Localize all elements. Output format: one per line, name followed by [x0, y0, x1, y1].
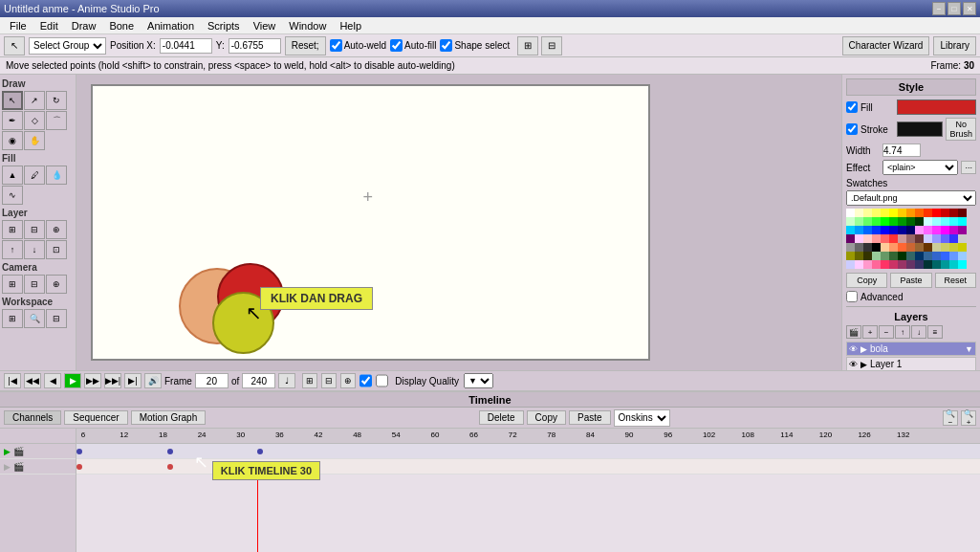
go-start-button[interactable]: |◀	[4, 373, 21, 388]
color-cell[interactable]	[881, 252, 889, 260]
color-cell[interactable]	[924, 243, 932, 252]
color-cell[interactable]	[949, 252, 958, 260]
color-cell[interactable]	[958, 217, 967, 226]
shape-select-check[interactable]: Shape select	[440, 39, 510, 52]
color-cell[interactable]	[872, 209, 881, 217]
style-copy-button[interactable]: Copy	[846, 273, 887, 288]
color-cell[interactable]	[958, 234, 967, 243]
color-cell[interactable]	[941, 243, 949, 252]
tool-cam2[interactable]: ⊟	[24, 275, 45, 294]
layers-btn-2[interactable]: +	[862, 325, 878, 339]
color-cell[interactable]	[932, 234, 941, 243]
color-cell[interactable]	[889, 234, 898, 243]
tool-cam1[interactable]: ⊞	[2, 275, 23, 294]
tool-ws3[interactable]: ⊟	[46, 309, 67, 328]
fill-color-swatch[interactable]	[897, 99, 976, 115]
color-cell[interactable]	[872, 243, 881, 252]
menu-window[interactable]: Window	[283, 19, 332, 33]
layer-row-bola[interactable]: 👁 ▶ bola ▼	[846, 342, 976, 356]
menu-view[interactable]: View	[248, 19, 282, 33]
tool-curve[interactable]: ∿	[2, 186, 23, 205]
color-cell[interactable]	[915, 234, 924, 243]
tool-layer5[interactable]: ↓	[24, 240, 45, 259]
color-cell[interactable]	[958, 252, 967, 260]
color-cell[interactable]	[958, 243, 967, 252]
color-cell[interactable]	[889, 226, 898, 234]
layer-eye-layer1[interactable]: 👁	[849, 360, 858, 369]
color-cell[interactable]	[949, 226, 958, 234]
color-cell[interactable]	[863, 217, 872, 226]
color-cell[interactable]	[915, 226, 924, 234]
menu-animation[interactable]: Animation	[142, 19, 200, 33]
color-cell[interactable]	[846, 252, 855, 260]
menu-edit[interactable]: Edit	[34, 19, 64, 33]
color-cell[interactable]	[932, 260, 941, 269]
character-wizard-button[interactable]: Character Wizard	[842, 36, 930, 55]
timeline-copy-button[interactable]: Copy	[527, 410, 566, 425]
color-cell[interactable]	[898, 234, 906, 243]
color-cell[interactable]	[924, 217, 932, 226]
library-button[interactable]: Library	[933, 36, 976, 55]
color-cell[interactable]	[881, 209, 889, 217]
frame-input[interactable]	[195, 373, 229, 388]
color-cell[interactable]	[855, 217, 863, 226]
tool-select[interactable]: ↖	[2, 91, 23, 110]
color-cell[interactable]	[932, 209, 941, 217]
view-btn-2[interactable]: ⊟	[321, 373, 337, 388]
color-cell[interactable]	[889, 217, 898, 226]
color-cell[interactable]	[863, 243, 872, 252]
color-cell[interactable]	[846, 209, 855, 217]
tool-ws2[interactable]: 🔍	[24, 309, 45, 328]
tool-hand[interactable]: ✋	[24, 131, 45, 150]
color-cell[interactable]	[898, 217, 906, 226]
color-cell[interactable]	[915, 252, 924, 260]
onion-checkbox[interactable]	[376, 373, 388, 388]
minimize-button[interactable]: −	[932, 2, 946, 15]
layers-btn-4[interactable]: ↑	[895, 325, 910, 339]
color-cell[interactable]	[889, 243, 898, 252]
color-cell[interactable]	[863, 260, 872, 269]
layers-btn-3[interactable]: −	[879, 325, 894, 339]
audio-button[interactable]: ♩	[278, 373, 295, 388]
color-cell[interactable]	[924, 209, 932, 217]
tool-arrow[interactable]: ↗	[24, 91, 45, 110]
color-cell[interactable]	[846, 226, 855, 234]
color-cell[interactable]	[941, 209, 949, 217]
hide-checkbox[interactable]	[359, 373, 372, 388]
color-cell[interactable]	[949, 209, 958, 217]
go-end-button[interactable]: ▶|	[124, 373, 142, 388]
timeline-paste-button[interactable]: Paste	[569, 410, 611, 425]
color-cell[interactable]	[915, 209, 924, 217]
x-position-input[interactable]	[160, 38, 212, 54]
color-cell[interactable]	[889, 260, 898, 269]
color-cell[interactable]	[889, 252, 898, 260]
style-paste-button[interactable]: Paste	[890, 273, 931, 288]
color-cell[interactable]	[906, 243, 915, 252]
color-cell[interactable]	[881, 217, 889, 226]
color-cell[interactable]	[898, 226, 906, 234]
stroke-color-swatch[interactable]	[897, 121, 943, 137]
color-cell[interactable]	[863, 234, 872, 243]
color-cell[interactable]	[941, 234, 949, 243]
effect-select[interactable]: <plain>	[882, 160, 958, 175]
color-cell[interactable]	[915, 260, 924, 269]
menu-draw[interactable]: Draw	[66, 19, 102, 33]
color-cell[interactable]	[941, 226, 949, 234]
tool-layer4[interactable]: ↑	[2, 240, 23, 259]
color-cell[interactable]	[881, 234, 889, 243]
color-cell[interactable]	[846, 243, 855, 252]
color-cell[interactable]	[949, 260, 958, 269]
timeline-right[interactable]: 6121824303642485460667278849096102108114…	[76, 429, 980, 552]
menu-scripts[interactable]: Scripts	[202, 19, 246, 33]
color-cell[interactable]	[906, 217, 915, 226]
color-cell[interactable]	[898, 209, 906, 217]
tl-zoom-out-button[interactable]: 🔍−	[943, 410, 958, 426]
color-cell[interactable]	[846, 234, 855, 243]
icon-btn-2[interactable]: ⊟	[541, 36, 562, 55]
stroke-checkbox[interactable]	[846, 123, 858, 135]
view-btn-3[interactable]: ⊕	[340, 373, 356, 388]
layers-btn-1[interactable]: 🎬	[846, 325, 861, 339]
reset-button[interactable]: Reset;	[285, 36, 326, 55]
color-cell[interactable]	[932, 217, 941, 226]
color-cell[interactable]	[881, 226, 889, 234]
